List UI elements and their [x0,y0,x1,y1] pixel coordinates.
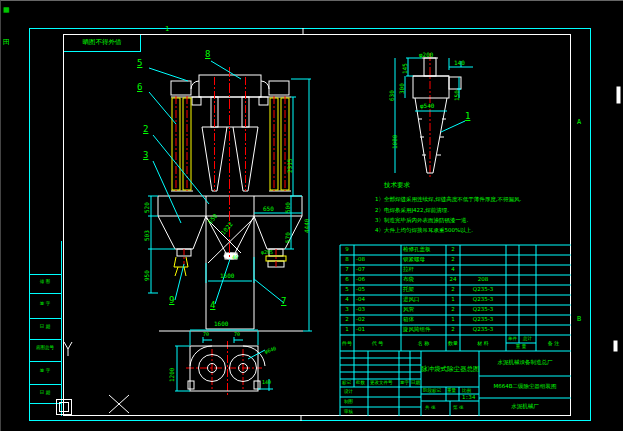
bom-cell-name: 旋风筒组件 [403,327,431,333]
border-strip-cell: 日 期 [30,391,60,396]
zone-letter-a: A [577,119,581,126]
dim-70-right: 70 [234,332,240,337]
dim-phi540: φ540 [420,103,434,109]
bom-cell-code: -01 [356,327,365,333]
bom-cell-qty: 2 [446,307,460,313]
bom-cell-name: 布袋 [403,277,414,283]
dim-70-left: 70 [203,332,209,337]
rev-label-mark: 标记 [342,381,351,386]
bom-cell-no: 9 [340,247,354,253]
bom-cell-material: Q235-3 [460,287,506,293]
sign-label-design: 设计 [344,390,353,395]
border-glyph-1: ▦ [3,7,10,14]
balloon-1: 1 [465,112,470,121]
dim-1080: 1080 [392,135,398,149]
balloon-8: 8 [205,50,210,59]
bom-cell-qty: 2 [446,327,460,333]
bom-cell-code: -06 [356,277,365,283]
bom-header-name: 名 称 [401,341,446,346]
balloon-2: 2 [143,125,148,134]
dim-1600: 1600 [214,321,228,327]
bom-cell-no: 3 [340,307,354,313]
bom-cell-material: Q235-3 [460,327,506,333]
cad-viewport[interactable]: ▦ 田 1 A B 晒图不得外借 描 图签 字日 期底图总号签 字日 期 5 6… [0,0,623,431]
dim-1500: 1500 [220,273,234,279]
dim-150: 150 [454,90,460,101]
bom-cell-code: -07 [356,267,365,273]
rev-label-date: 日期 [411,381,420,386]
dim-2315: 2315 [287,159,293,173]
border-strip-cell: 签 字 [30,302,60,307]
dim-4440: 4440 [304,219,310,233]
bom-header-weight: 重 量 [506,345,536,350]
bom-cell-code: -05 [356,287,365,293]
border-glyph-2: 田 [3,39,10,46]
detail-view-geometry [413,58,461,173]
border-strip-cell: 描 图 [30,280,60,285]
bom-cell-name: 锁紧螺母 [403,257,425,263]
note-line-3: 3〉制造完毕后内外表面涂防锈漆一道. [375,218,468,224]
bom-cell-qty: 2 [446,257,460,263]
border-strip-cell: 日 期 [30,325,60,330]
sign-label-draw: 制图 [344,400,353,405]
notes-title: 技术要求 [384,182,410,189]
dim-140-topview: 140 [262,380,271,385]
balloon-5: 5 [137,59,142,68]
balloon-4: 4 [210,301,215,310]
dim-570: 570 [285,232,291,243]
bom-header-remark: 备 注 [536,341,571,346]
bom-cell-qty: 24 [446,277,460,283]
bom-cell-name: 箱体 [403,317,414,323]
bom-cell-material: Q235-3 [460,297,506,303]
balloon-3: 3 [143,151,148,160]
bom-cell-code: -03 [356,307,365,313]
titleblock-product: 水泥机械厂 [479,404,571,410]
bom-cell-code: -04 [356,297,365,303]
dim-650-right: 650 [263,206,274,212]
titleblock-drawing-title: 脉冲袋式除尘器总图 [421,366,479,373]
dim-500: 500 [285,202,291,213]
zone-number-top: 1 [161,26,173,33]
bom-cell-qty: 2 [446,247,460,253]
bom-cell-name: 托架 [403,287,414,293]
dim-1200: 1200 [169,368,175,382]
bom-cell-no: 1 [340,327,354,333]
bom-cell-qty: 1 [446,297,460,303]
rev-label-count: 处数 [356,381,365,386]
bom-cell-material: 208 [460,277,506,283]
sheet-page: 第 张 [453,406,463,411]
note-line-2: 2〉电焊条采用J422,焊前清理. [375,208,449,214]
dim-503: 503 [144,230,150,241]
bom-cell-name: 拉杆 [403,267,414,273]
bom-header-total: 总计 [519,337,536,342]
bom-cell-name: 进风口 [403,297,420,303]
dim-950: 950 [144,270,150,281]
border-strip-cell: 签 字 [30,369,60,374]
bom-header-unit: 单件 [506,337,519,342]
scale-label: 比例 [462,389,471,394]
titleblock-code: M664B二级除尘器组装图 [479,384,571,390]
note-line-1: 1〉全部焊缝采用连续焊,焊缝高度不低于薄件厚度,不得漏风. [375,197,521,203]
bom-cell-no: 4 [340,297,354,303]
bom-cell-no: 8 [340,257,354,263]
dim-520: 520 [144,202,150,213]
detail-view-dimensions [395,58,473,173]
bom-cell-code: -02 [356,317,365,323]
scale-value: 1:34 [462,395,475,401]
sheet-total: 共 张 [425,406,435,411]
dim-140-detail: 140 [454,60,465,66]
bom-cell-no: 5 [340,287,354,293]
bom-header-code: 代 号 [354,341,401,346]
dim-145: 145 [402,63,408,74]
dim-phi200: φ200 [419,52,433,58]
bom-cell-material: Q235-3 [460,317,506,323]
bom-cell-qty: 2 [446,287,460,293]
note-line-4: 4〉大件上均匀焊接吊耳承重500%以上. [375,228,473,234]
bom-cell-no: 7 [340,267,354,273]
bom-header-qty: 数量 [446,341,460,346]
bom-cell-name: 检修孔盖板 [403,247,431,253]
titleblock-company: 水泥机械设备制造总厂 [479,360,571,366]
balloon-7: 7 [281,297,286,306]
bom-cell-no: 2 [340,317,354,323]
bom-cell-qty: 4 [446,267,460,273]
